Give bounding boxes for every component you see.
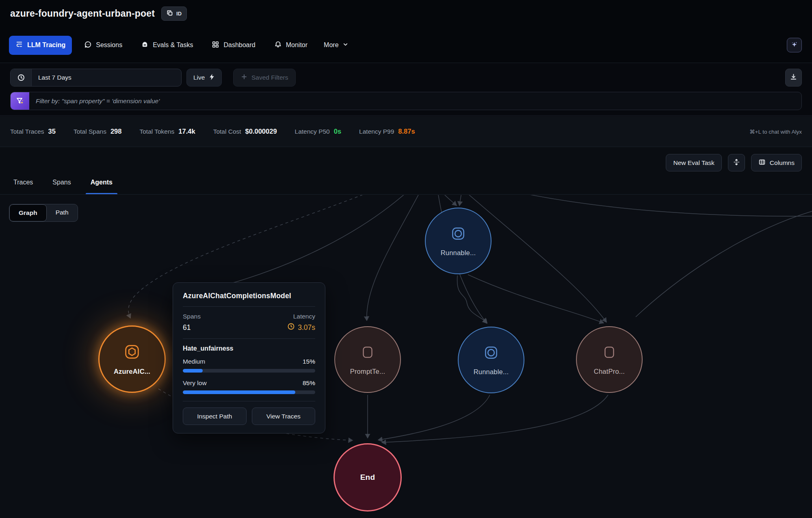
tab-sessions[interactable]: Sessions [78,36,129,55]
progress-very-low [183,390,315,394]
export-button[interactable] [785,69,802,87]
tab-traces[interactable]: Traces [13,179,33,194]
filter-query-input[interactable] [29,92,801,110]
graph-node-runnable-top[interactable]: Runnable... [425,208,492,274]
prompt-icon [601,344,618,362]
sparkles-icon [790,41,798,50]
ai-filter-icon[interactable] [11,92,29,110]
toggle-path[interactable]: Path [47,204,78,221]
node-label: ChatPro... [594,368,625,375]
saved-filters-button[interactable]: Saved Filters [233,69,296,87]
view-tabs: Traces Spans Agents [13,179,113,194]
toggle-graph[interactable]: Graph [9,204,47,221]
time-range-select[interactable]: Last 7 Days [10,69,182,87]
latency-value: 3.07s [287,323,315,332]
node-label: Runnable... [441,249,476,257]
graph-node-runnable-mid[interactable]: Runnable... [458,327,524,393]
chat-shortcut-hint: ⌘+L to chat with Alyx [749,116,802,147]
runnable-icon [450,225,467,244]
sessions-icon [84,41,92,50]
filter-query-bar [10,92,802,110]
node-label: Runnable... [474,368,509,376]
stat-total-traces: Total Traces35 [10,128,56,135]
dashboard-icon [212,41,219,50]
node-label: AzureAIC... [114,368,150,375]
tab-spans[interactable]: Spans [52,179,71,194]
bell-icon [274,41,282,50]
spans-label: Spans [183,313,201,320]
copy-icon [167,10,173,17]
page-title: azure-foundry-agent-urban-poet [10,8,155,19]
download-icon [790,73,797,82]
clock-icon [11,69,32,86]
evals-icon [141,41,149,50]
spans-value: 61 [183,323,191,332]
divider [183,401,315,401]
live-toggle[interactable]: Live [186,69,222,87]
table-toolbar: New Eval Task Columns Traces Spans Agent… [0,147,812,195]
node-detail-card: AzureAIChatCompletionsModel Spans Latenc… [173,282,325,433]
latency-label: Latency [293,313,315,320]
inspect-path-button[interactable]: Inspect Path [183,407,247,425]
chevron-down-icon [342,41,349,49]
stat-total-tokens: Total Tokens17.4k [139,128,195,135]
prompt-icon [359,344,376,362]
graph-node-chat-prompt[interactable]: ChatPro... [576,326,643,393]
node-label: PromptTe... [350,368,385,375]
header: azure-foundry-agent-urban-poet ID LLM Tr… [0,0,812,63]
filter-zone: Last 7 Days Live Saved Filters [0,63,812,116]
agent-graph-canvas: Graph Path [0,195,812,518]
metric-medium: Medium 15% [183,358,315,365]
new-eval-task-button[interactable]: New Eval Task [666,154,721,171]
tab-evals-tasks[interactable]: Evals & Tasks [134,36,199,55]
more-menu[interactable]: More [320,37,352,54]
graph-node-prompt-template[interactable]: PromptTe... [334,326,401,393]
copy-id-button[interactable]: ID [161,7,187,21]
clock-amber-icon [287,323,295,332]
model-hexagon-icon [123,343,141,362]
primary-nav: LLM Tracing Sessions Evals & Tasks Dashb… [9,35,353,55]
columns-button[interactable]: Columns [751,154,802,171]
tab-dashboard[interactable]: Dashboard [205,36,262,55]
divider [183,338,315,339]
time-range-value: Last 7 Days [32,74,71,81]
expand-vertical-icon [733,158,740,167]
row-height-button[interactable] [728,154,745,171]
ai-assistant-button[interactable] [787,38,802,52]
runnable-icon [483,344,500,363]
view-traces-button[interactable]: View Traces [252,407,316,425]
lightning-icon [209,74,215,82]
divider [183,306,315,307]
stat-latency-p99: Latency P998.87s [359,128,415,135]
stat-total-cost: Total Cost$0.000029 [213,128,277,135]
graph-node-azure-ai-model[interactable]: AzureAIC... [98,325,166,393]
graph-path-toggle: Graph Path [9,204,78,222]
tracing-icon [15,41,23,50]
node-label: End [360,473,375,482]
app-window: azure-foundry-agent-urban-poet ID LLM Tr… [0,0,812,518]
card-title: AzureAIChatCompletionsModel [183,292,315,300]
graph-node-end[interactable]: End [333,443,402,511]
tab-monitor[interactable]: Monitor [268,36,314,55]
stats-bar: Total Traces35 Total Spans298 Total Toke… [0,116,812,147]
columns-icon [758,158,766,167]
stat-total-spans: Total Spans298 [74,128,122,135]
stat-latency-p50: Latency P500s [295,128,342,135]
plus-icon [241,74,247,82]
progress-medium [183,369,315,373]
eval-section-title: Hate_unfairness [183,345,315,352]
metric-very-low: Very low 85% [183,379,315,387]
tab-llm-tracing[interactable]: LLM Tracing [9,36,72,55]
tab-agents[interactable]: Agents [91,179,113,194]
